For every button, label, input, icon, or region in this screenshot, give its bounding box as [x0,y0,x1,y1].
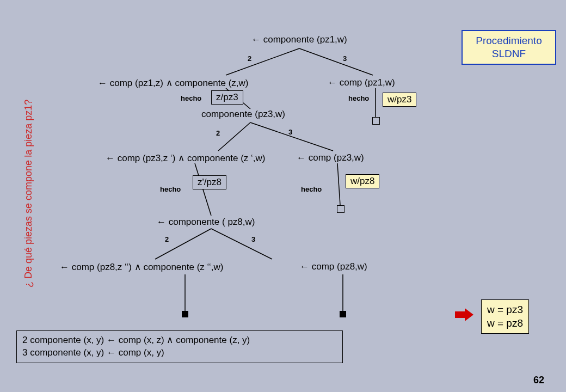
node-mid1: componente (pz3,w) [201,109,285,120]
leaf-open-1 [372,117,380,125]
sub-zp-pz8: z'/pz8 [193,175,226,189]
node-mid2: ← componente ( pz8,w) [157,217,255,228]
node-left3: ← comp (pz8,z ‘‘) ∧ componente (z ‘‘,w) [60,261,223,273]
branch-label-2-lvl3: 2 [165,235,169,243]
hecho-2: hecho [348,94,369,102]
page-number: 62 [533,375,544,386]
rule-2: 2 componente (x, y) ← comp (x, z) ∧ comp… [22,334,337,347]
node-root: ← componente (pz1,w) [251,34,347,45]
node-right3: ← comp (pz8,w) [300,261,367,272]
branch-label-2-lvl1: 2 [248,54,251,63]
svg-line-4 [218,122,250,151]
svg-line-1 [299,48,373,75]
hecho-3: hecho [160,185,181,193]
svg-line-0 [226,48,299,75]
leaf-open-2 [337,205,344,213]
rule-3: 3 componente (x, y) ← comp (x, y) [22,347,337,359]
svg-line-5 [250,122,333,151]
sub-w-pz8: w/pz8 [346,174,379,188]
rules-box: 2 componente (x, y) ← comp (x, z) ∧ comp… [16,330,343,363]
leaf-closed-1 [182,311,188,317]
diagram-stage: Procedimiento SLDNF ¿ De qué piezas se c… [0,0,566,392]
node-left1: ← comp (pz1,z) ∧ componente (z,w) [98,77,249,89]
leaf-closed-2 [340,311,346,317]
hecho-1: hecho [181,94,201,102]
svg-line-7 [337,163,340,205]
branch-label-2-lvl2: 2 [216,129,220,137]
result-arrow-icon [455,308,475,321]
result-line2: w = pz8 [487,317,523,330]
node-left2: ← comp (pz3,z ‘) ∧ componente (z ‘,w) [106,152,266,164]
sub-w-pz3: w/pz3 [383,93,416,107]
result-box: w = pz3 w = pz8 [481,299,529,334]
hecho-4: hecho [301,185,322,193]
result-line1: w = pz3 [487,303,523,317]
svg-line-9 [211,229,272,259]
svg-line-8 [155,229,211,259]
svg-line-6 [195,163,211,216]
sub-z-pz3: z/pz3 [211,90,243,105]
node-right1: ← comp (pz1,w) [328,77,395,88]
branch-label-3-lvl2: 3 [288,128,292,136]
branch-label-3-lvl1: 3 [343,54,347,63]
node-right2: ← comp (pz3,w) [297,152,364,163]
branch-label-3-lvl3: 3 [251,235,255,243]
